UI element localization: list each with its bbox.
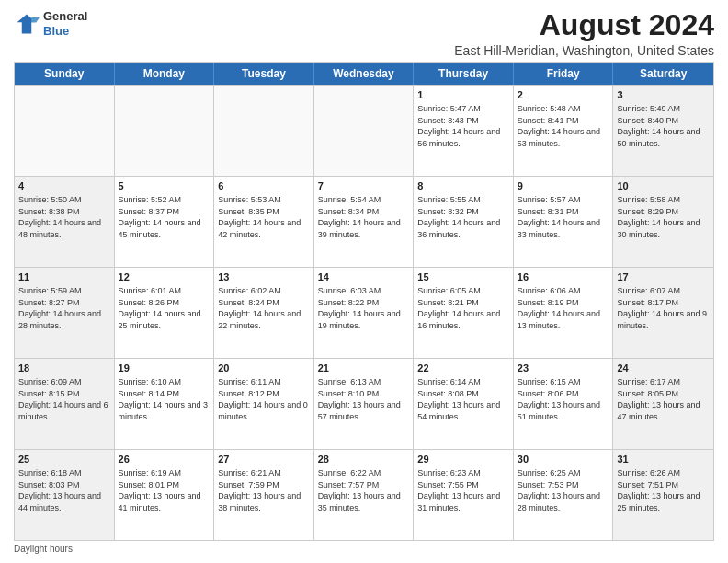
cal-cell-2-6: 17Sunrise: 6:07 AM Sunset: 8:17 PM Dayli…	[613, 268, 713, 358]
calendar-header: SundayMondayTuesdayWednesdayThursdayFrid…	[15, 63, 713, 85]
cal-cell-3-6: 24Sunrise: 6:17 AM Sunset: 8:05 PM Dayli…	[613, 359, 713, 449]
cal-cell-1-6: 10Sunrise: 5:58 AM Sunset: 8:29 PM Dayli…	[613, 177, 713, 267]
cell-info: Sunrise: 6:21 AM Sunset: 7:59 PM Dayligh…	[218, 467, 310, 513]
cell-info: Sunrise: 5:57 AM Sunset: 8:31 PM Dayligh…	[518, 194, 609, 240]
cal-cell-3-2: 20Sunrise: 6:11 AM Sunset: 8:12 PM Dayli…	[214, 359, 314, 449]
header-day-friday: Friday	[514, 63, 614, 85]
cell-info: Sunrise: 6:01 AM Sunset: 8:26 PM Dayligh…	[119, 285, 210, 331]
cell-info: Sunrise: 6:13 AM Sunset: 8:10 PM Dayligh…	[318, 376, 410, 422]
day-number: 28	[318, 453, 410, 466]
cal-cell-0-3	[314, 86, 415, 176]
day-number: 31	[617, 453, 710, 466]
cal-cell-4-3: 28Sunrise: 6:22 AM Sunset: 7:57 PM Dayli…	[314, 450, 415, 540]
day-number: 27	[218, 453, 310, 466]
day-number: 12	[119, 270, 210, 284]
calendar-row-3: 18Sunrise: 6:09 AM Sunset: 8:15 PM Dayli…	[15, 358, 713, 449]
cal-cell-3-3: 21Sunrise: 6:13 AM Sunset: 8:10 PM Dayli…	[314, 359, 415, 449]
day-number: 21	[318, 362, 410, 375]
cell-info: Sunrise: 6:15 AM Sunset: 8:06 PM Dayligh…	[518, 376, 609, 422]
day-number: 14	[318, 270, 410, 284]
cell-info: Sunrise: 5:47 AM Sunset: 8:43 PM Dayligh…	[417, 103, 509, 149]
cell-info: Sunrise: 6:26 AM Sunset: 7:51 PM Dayligh…	[617, 467, 710, 513]
logo-icon	[14, 11, 40, 37]
day-number: 22	[417, 362, 509, 375]
cal-cell-1-4: 8Sunrise: 5:55 AM Sunset: 8:32 PM Daylig…	[414, 177, 514, 267]
day-number: 1	[417, 88, 509, 102]
day-number: 11	[18, 270, 110, 284]
logo-text: General Blue	[43, 9, 87, 38]
cell-info: Sunrise: 5:52 AM Sunset: 8:37 PM Dayligh…	[119, 194, 210, 240]
cell-info: Sunrise: 6:17 AM Sunset: 8:05 PM Dayligh…	[617, 376, 710, 422]
day-number: 6	[218, 179, 310, 193]
header-day-wednesday: Wednesday	[314, 63, 415, 85]
page: General Blue August 2024 East Hill-Merid…	[0, 0, 728, 563]
cal-cell-2-1: 12Sunrise: 6:01 AM Sunset: 8:26 PM Dayli…	[115, 268, 215, 358]
header: General Blue August 2024 East Hill-Merid…	[14, 9, 714, 58]
cal-cell-3-1: 19Sunrise: 6:10 AM Sunset: 8:14 PM Dayli…	[115, 359, 215, 449]
day-number: 7	[318, 179, 410, 193]
day-number: 13	[218, 270, 310, 284]
cell-info: Sunrise: 6:23 AM Sunset: 7:55 PM Dayligh…	[417, 467, 509, 513]
cell-info: Sunrise: 6:22 AM Sunset: 7:57 PM Dayligh…	[318, 467, 410, 513]
cal-cell-4-4: 29Sunrise: 6:23 AM Sunset: 7:55 PM Dayli…	[414, 450, 514, 540]
calendar-row-2: 11Sunrise: 5:59 AM Sunset: 8:27 PM Dayli…	[15, 267, 713, 358]
cell-info: Sunrise: 6:18 AM Sunset: 8:03 PM Dayligh…	[18, 467, 110, 513]
day-number: 24	[617, 362, 710, 375]
cell-info: Sunrise: 5:55 AM Sunset: 8:32 PM Dayligh…	[417, 194, 509, 240]
calendar-row-0: 1Sunrise: 5:47 AM Sunset: 8:43 PM Daylig…	[15, 85, 713, 176]
day-number: 15	[417, 270, 509, 284]
day-number: 17	[617, 270, 710, 284]
calendar-row-4: 25Sunrise: 6:18 AM Sunset: 8:03 PM Dayli…	[15, 449, 713, 540]
svg-marker-1	[31, 17, 40, 22]
cal-cell-0-6: 3Sunrise: 5:49 AM Sunset: 8:40 PM Daylig…	[613, 86, 713, 176]
day-number: 30	[518, 453, 609, 466]
cell-info: Sunrise: 5:49 AM Sunset: 8:40 PM Dayligh…	[617, 103, 710, 149]
cell-info: Sunrise: 6:14 AM Sunset: 8:08 PM Dayligh…	[417, 376, 509, 422]
cell-info: Sunrise: 5:54 AM Sunset: 8:34 PM Dayligh…	[318, 194, 410, 240]
cal-cell-2-3: 14Sunrise: 6:03 AM Sunset: 8:22 PM Dayli…	[314, 268, 415, 358]
logo-general: General	[43, 9, 87, 24]
cell-info: Sunrise: 6:10 AM Sunset: 8:14 PM Dayligh…	[119, 376, 210, 422]
cal-cell-2-0: 11Sunrise: 5:59 AM Sunset: 8:27 PM Dayli…	[15, 268, 115, 358]
cell-info: Sunrise: 6:05 AM Sunset: 8:21 PM Dayligh…	[417, 285, 509, 331]
day-number: 19	[119, 362, 210, 375]
cal-cell-1-1: 5Sunrise: 5:52 AM Sunset: 8:37 PM Daylig…	[115, 177, 215, 267]
cal-cell-3-5: 23Sunrise: 6:15 AM Sunset: 8:06 PM Dayli…	[514, 359, 614, 449]
day-number: 16	[518, 270, 609, 284]
cell-info: Sunrise: 6:06 AM Sunset: 8:19 PM Dayligh…	[518, 285, 609, 331]
cal-cell-2-5: 16Sunrise: 6:06 AM Sunset: 8:19 PM Dayli…	[514, 268, 614, 358]
cell-info: Sunrise: 6:11 AM Sunset: 8:12 PM Dayligh…	[218, 376, 310, 422]
cal-cell-4-1: 26Sunrise: 6:19 AM Sunset: 8:01 PM Dayli…	[115, 450, 215, 540]
cal-cell-0-0	[15, 86, 115, 176]
day-number: 3	[617, 88, 710, 102]
day-number: 2	[518, 88, 609, 102]
calendar: SundayMondayTuesdayWednesdayThursdayFrid…	[14, 62, 714, 541]
cal-cell-2-2: 13Sunrise: 6:02 AM Sunset: 8:24 PM Dayli…	[214, 268, 314, 358]
header-day-monday: Monday	[115, 63, 215, 85]
cell-info: Sunrise: 5:48 AM Sunset: 8:41 PM Dayligh…	[518, 103, 609, 149]
header-day-sunday: Sunday	[15, 63, 115, 85]
cell-info: Sunrise: 6:09 AM Sunset: 8:15 PM Dayligh…	[18, 376, 110, 422]
cell-info: Sunrise: 6:07 AM Sunset: 8:17 PM Dayligh…	[617, 285, 710, 331]
cell-info: Sunrise: 5:50 AM Sunset: 8:38 PM Dayligh…	[18, 194, 110, 240]
day-number: 9	[518, 179, 609, 193]
cal-cell-0-2	[214, 86, 314, 176]
cal-cell-0-5: 2Sunrise: 5:48 AM Sunset: 8:41 PM Daylig…	[514, 86, 614, 176]
cal-cell-2-4: 15Sunrise: 6:05 AM Sunset: 8:21 PM Dayli…	[414, 268, 514, 358]
cal-cell-0-1	[115, 86, 215, 176]
title-block: August 2024 East Hill-Meridian, Washingt…	[454, 9, 714, 58]
header-day-thursday: Thursday	[414, 63, 514, 85]
cal-cell-4-5: 30Sunrise: 6:25 AM Sunset: 7:53 PM Dayli…	[514, 450, 614, 540]
cell-info: Sunrise: 5:58 AM Sunset: 8:29 PM Dayligh…	[617, 194, 710, 240]
month-title: August 2024	[454, 9, 714, 41]
day-number: 10	[617, 179, 710, 193]
cal-cell-1-2: 6Sunrise: 5:53 AM Sunset: 8:35 PM Daylig…	[214, 177, 314, 267]
cell-info: Sunrise: 6:25 AM Sunset: 7:53 PM Dayligh…	[518, 467, 609, 513]
cell-info: Sunrise: 6:02 AM Sunset: 8:24 PM Dayligh…	[218, 285, 310, 331]
logo: General Blue	[14, 9, 87, 38]
day-number: 29	[417, 453, 509, 466]
logo-blue: Blue	[43, 24, 87, 39]
day-number: 20	[218, 362, 310, 375]
cell-info: Sunrise: 5:59 AM Sunset: 8:27 PM Dayligh…	[18, 285, 110, 331]
cal-cell-0-4: 1Sunrise: 5:47 AM Sunset: 8:43 PM Daylig…	[414, 86, 514, 176]
